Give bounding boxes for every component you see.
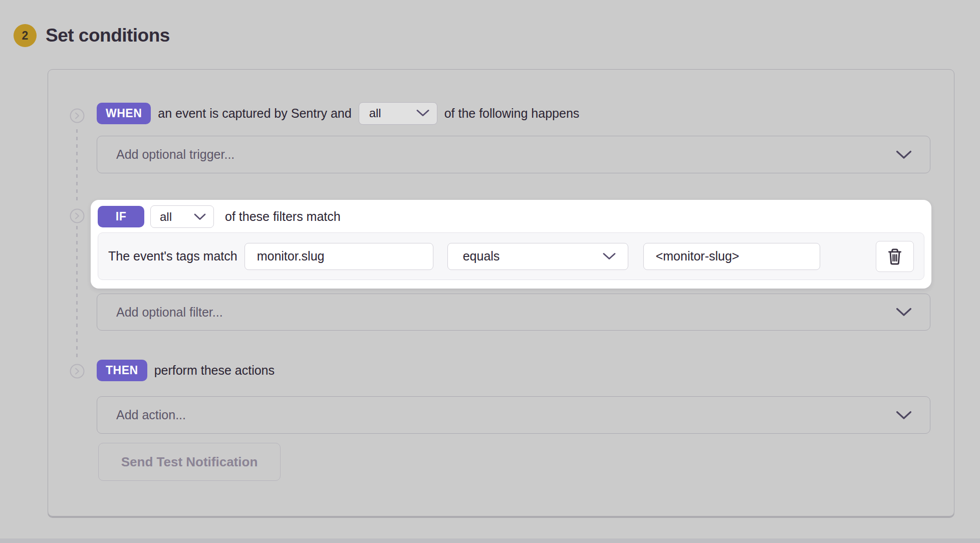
- chevron-down-icon: [416, 110, 429, 117]
- tag-key-input[interactable]: [244, 243, 433, 270]
- add-trigger-select[interactable]: Add optional trigger...: [97, 136, 930, 173]
- chevron-down-icon: [194, 213, 206, 220]
- operator-select-value: equals: [463, 249, 500, 263]
- chevron-down-icon: [896, 411, 912, 420]
- chevron-right-circle-icon: [70, 108, 85, 123]
- page-title: Set conditions: [46, 25, 170, 46]
- step-connector-line: [76, 226, 78, 359]
- add-action-select-placeholder: Add action...: [116, 408, 186, 422]
- when-badge: WHEN: [97, 103, 151, 124]
- when-text-after: of the following happens: [444, 106, 580, 121]
- step-connector-line: [76, 129, 78, 202]
- if-match-select[interactable]: all: [150, 205, 214, 228]
- add-filter-select[interactable]: Add optional filter...: [97, 294, 930, 331]
- filter-label: The event's tags match: [108, 249, 237, 263]
- tag-value-input[interactable]: [643, 243, 820, 270]
- operator-select[interactable]: equals: [447, 243, 628, 270]
- when-step-row: WHEN an event is captured by Sentry and …: [97, 102, 579, 125]
- if-step-row: IF all of these filters match: [98, 205, 341, 228]
- bottom-edge-strip: [0, 538, 980, 543]
- chevron-right-circle-icon: [70, 364, 85, 379]
- add-trigger-select-placeholder: Add optional trigger...: [116, 147, 234, 162]
- then-badge: THEN: [97, 360, 147, 381]
- chevron-down-icon: [896, 308, 912, 317]
- when-match-select[interactable]: all: [359, 102, 437, 125]
- add-action-select[interactable]: Add action...: [97, 396, 930, 434]
- delete-filter-button[interactable]: [876, 241, 914, 272]
- when-text-before: an event is captured by Sentry and: [158, 106, 351, 121]
- then-text-after: perform these actions: [154, 363, 275, 378]
- if-text-after: of these filters match: [225, 209, 341, 224]
- chevron-down-icon: [603, 252, 616, 260]
- chevron-right-circle-icon: [70, 208, 85, 223]
- send-test-notification-button[interactable]: Send Test Notification: [98, 443, 281, 481]
- if-badge: IF: [98, 206, 144, 227]
- if-step-card: IF all of these filters match The event'…: [91, 200, 931, 289]
- step-number-badge: 2: [14, 24, 37, 47]
- add-filter-select-placeholder: Add optional filter...: [116, 305, 223, 320]
- filter-condition-row: The event's tags match equals: [98, 232, 924, 280]
- when-match-select-value: all: [369, 106, 381, 120]
- then-step-row: THEN perform these actions: [97, 359, 275, 382]
- page-header: 2 Set conditions: [14, 24, 170, 47]
- if-match-select-value: all: [160, 210, 172, 224]
- chevron-down-icon: [896, 150, 912, 159]
- conditions-panel: WHEN an event is captured by Sentry and …: [48, 69, 954, 516]
- trash-icon: [887, 247, 903, 265]
